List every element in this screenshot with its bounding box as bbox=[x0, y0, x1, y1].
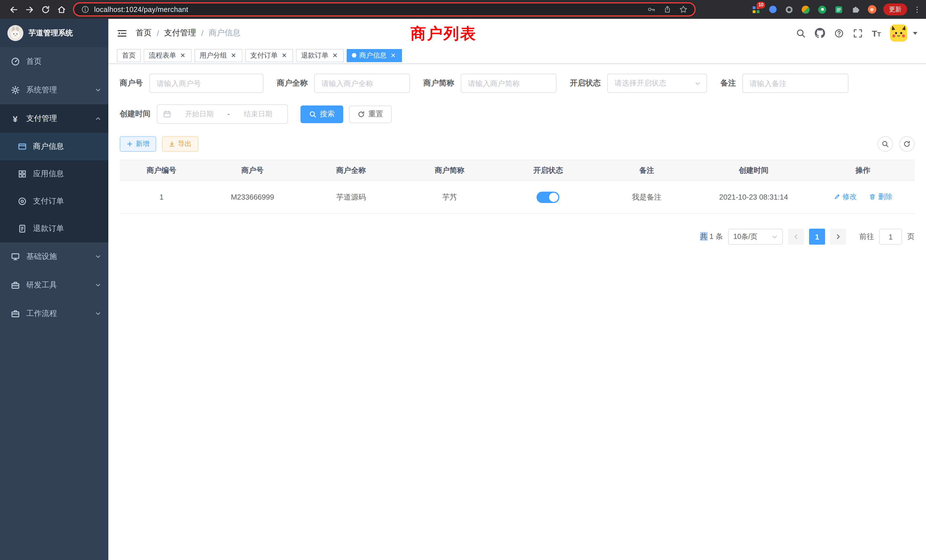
close-icon[interactable]: ✕ bbox=[331, 51, 339, 59]
reload-icon[interactable] bbox=[38, 2, 54, 17]
close-icon[interactable]: ✕ bbox=[230, 51, 237, 59]
sidebar-item-devtools[interactable]: 研发工具 bbox=[0, 271, 108, 300]
reset-button-label: 重置 bbox=[368, 109, 383, 119]
extension-blue-icon[interactable] bbox=[767, 4, 778, 15]
share-icon[interactable] bbox=[663, 5, 672, 14]
delete-link[interactable]: 删除 bbox=[869, 192, 892, 202]
extension-notes-icon[interactable] bbox=[834, 4, 844, 15]
bookmark-star-icon[interactable] bbox=[679, 5, 688, 14]
search-icon[interactable] bbox=[796, 28, 806, 38]
toggle-search-button[interactable] bbox=[878, 136, 893, 152]
home-icon[interactable] bbox=[54, 2, 70, 17]
sidebar-item-home[interactable]: 首页 bbox=[0, 47, 108, 76]
address-bar[interactable]: localhost:1024/pay/merchant bbox=[73, 2, 696, 17]
chrome-update-button[interactable]: 更新 bbox=[883, 3, 907, 15]
table-tools bbox=[878, 136, 915, 152]
breadcrumb-home[interactable]: 首页 bbox=[136, 28, 152, 38]
tab-refund-order[interactable]: 退款订单✕ bbox=[296, 49, 344, 62]
sidebar-item-label: 基础设施 bbox=[26, 251, 57, 262]
cell-create-time: 2021-10-23 08:31:14 bbox=[696, 180, 811, 213]
gear-icon bbox=[10, 86, 20, 95]
sidebar-item-label: 研发工具 bbox=[26, 280, 57, 290]
merchant-no-input[interactable] bbox=[149, 74, 263, 93]
tab-user-group[interactable]: 用户分组✕ bbox=[194, 49, 242, 62]
sidebar-item-infra[interactable]: 基础设施 bbox=[0, 242, 108, 271]
col-actions: 操作 bbox=[811, 160, 915, 180]
col-merchant-no: 商户号 bbox=[203, 160, 302, 180]
refresh-button[interactable] bbox=[899, 136, 915, 152]
page-unit-label: 页 bbox=[907, 232, 915, 242]
main-area: 首页 / 支付管理 / 商户信息 商户列表 bbox=[108, 19, 926, 560]
add-button[interactable]: 新增 bbox=[120, 136, 156, 152]
search-button[interactable]: 搜索 bbox=[301, 105, 343, 123]
status-select[interactable]: 请选择开启状态 bbox=[607, 74, 707, 93]
filter-row-2: 创建时间 开始日期 - 结束日期 搜索 bbox=[120, 104, 915, 124]
create-time-range-picker[interactable]: 开始日期 - 结束日期 bbox=[157, 104, 288, 124]
github-icon[interactable] bbox=[815, 28, 825, 38]
page-header: 首页 / 支付管理 / 商户信息 商户列表 bbox=[108, 19, 926, 47]
sidebar-item-pay[interactable]: ¥ 支付管理 bbox=[0, 104, 108, 133]
sidebar-item-merchant-info[interactable]: 商户信息 bbox=[0, 133, 108, 160]
extension-green-circle-icon[interactable] bbox=[817, 4, 828, 15]
fullscreen-icon[interactable] bbox=[853, 28, 863, 38]
full-name-label: 商户全称 bbox=[277, 78, 314, 88]
export-button[interactable]: 导出 bbox=[162, 136, 198, 152]
page-size-select[interactable]: 10条/页 bbox=[728, 229, 783, 245]
next-page-button[interactable] bbox=[830, 229, 846, 245]
close-icon[interactable]: ✕ bbox=[179, 51, 186, 59]
font-size-icon[interactable]: TT bbox=[872, 28, 881, 38]
reset-button[interactable]: 重置 bbox=[349, 105, 392, 123]
remark-input[interactable] bbox=[742, 74, 848, 93]
extension-ring-icon[interactable] bbox=[784, 4, 794, 15]
tab-home[interactable]: 首页 bbox=[117, 49, 141, 62]
tags-view: 首页 流程表单✕ 用户分组✕ 支付订单✕ 退款订单✕ 商户信息✕ bbox=[108, 47, 926, 64]
cell-actions: 修改 删除 bbox=[811, 180, 915, 213]
merchant-no-label: 商户号 bbox=[120, 78, 149, 88]
end-date-placeholder: 结束日期 bbox=[235, 109, 282, 119]
create-time-label: 创建时间 bbox=[120, 109, 157, 119]
target-icon bbox=[17, 197, 27, 206]
tab-merchant-info[interactable]: 商户信息✕ bbox=[346, 49, 402, 62]
sidebar-item-label: 商户信息 bbox=[33, 141, 64, 152]
url-text: localhost:1024/pay/merchant bbox=[94, 5, 188, 14]
total-count: 1 bbox=[709, 232, 713, 241]
key-icon[interactable] bbox=[647, 5, 656, 14]
site-info-icon[interactable] bbox=[81, 5, 89, 14]
short-name-label: 商户简称 bbox=[424, 78, 460, 88]
full-name-input[interactable] bbox=[314, 74, 410, 93]
status-toggle[interactable] bbox=[537, 191, 560, 203]
page-number-1[interactable]: 1 bbox=[809, 229, 825, 245]
close-icon[interactable]: ✕ bbox=[280, 51, 288, 59]
sidebar-item-system[interactable]: 系统管理 bbox=[0, 76, 108, 104]
extensions-puzzle-icon[interactable] bbox=[850, 4, 861, 15]
back-icon[interactable] bbox=[6, 2, 22, 17]
browser-profile-avatar[interactable] bbox=[867, 4, 877, 15]
chevron-down-icon[interactable] bbox=[913, 32, 917, 35]
edit-link-label: 修改 bbox=[843, 192, 857, 202]
breadcrumb-current: 商户信息 bbox=[209, 28, 241, 38]
browser-menu-icon[interactable]: ⋮ bbox=[914, 8, 920, 11]
extension-avatar-icon[interactable] bbox=[800, 4, 811, 15]
goto-page-input[interactable] bbox=[879, 229, 902, 245]
short-name-input[interactable] bbox=[460, 74, 556, 93]
sidebar-item-pay-order[interactable]: 支付订单 bbox=[0, 188, 108, 215]
extension-grid-icon[interactable]: 10 bbox=[751, 4, 761, 15]
col-remark: 备注 bbox=[597, 160, 696, 180]
close-icon[interactable]: ✕ bbox=[389, 51, 397, 59]
breadcrumb-pay[interactable]: 支付管理 bbox=[164, 28, 196, 38]
user-avatar[interactable] bbox=[890, 24, 907, 42]
forward-icon[interactable] bbox=[22, 2, 38, 17]
sidebar-item-refund-order[interactable]: 退款订单 bbox=[0, 215, 108, 242]
tab-process-form[interactable]: 流程表单✕ bbox=[144, 49, 192, 62]
app-logo[interactable]: 芋道管理系统 bbox=[0, 19, 108, 47]
sidebar-item-workflow[interactable]: 工作流程 bbox=[0, 300, 108, 328]
chevron-down-icon bbox=[694, 80, 701, 86]
edit-link[interactable]: 修改 bbox=[833, 192, 857, 202]
collapse-sidebar-icon[interactable] bbox=[117, 28, 127, 38]
tab-pay-order[interactable]: 支付订单✕ bbox=[245, 49, 293, 62]
help-icon[interactable] bbox=[834, 28, 844, 38]
prev-page-button[interactable] bbox=[788, 229, 804, 245]
browser-extensions-area: 10 更新 ⋮ bbox=[751, 3, 920, 15]
sidebar-item-app-info[interactable]: 应用信息 bbox=[0, 160, 108, 188]
status-select-placeholder: 请选择开启状态 bbox=[614, 78, 666, 88]
